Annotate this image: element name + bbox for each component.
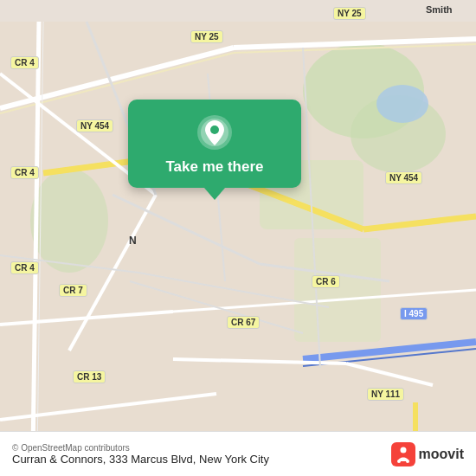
svg-rect-37	[391, 442, 415, 466]
moovit-logo: moovit	[391, 442, 464, 466]
svg-rect-5	[294, 238, 381, 342]
road-label-cr6: CR 6	[312, 275, 340, 288]
road-label-cr67: CR 67	[227, 316, 260, 329]
bottom-bar: © OpenStreetMap contributors Curran & Co…	[0, 431, 476, 476]
attribution-text: © OpenStreetMap contributors	[12, 443, 269, 453]
svg-line-9	[234, 39, 476, 48]
svg-line-12	[37, 22, 43, 454]
svg-line-20	[0, 312, 173, 325]
svg-line-31	[130, 281, 303, 333]
svg-rect-0	[0, 22, 476, 454]
svg-line-17	[303, 349, 476, 366]
svg-line-16	[303, 342, 476, 359]
road-label-cr4-top: CR 4	[10, 56, 39, 69]
svg-line-33	[138, 273, 329, 307]
svg-line-15	[363, 216, 476, 229]
map-svg	[0, 0, 476, 476]
svg-line-24	[0, 394, 216, 420]
road-label-ny25-mid: NY 25	[190, 30, 223, 43]
svg-line-22	[173, 359, 346, 363]
svg-line-11	[33, 22, 39, 454]
svg-line-23	[346, 363, 433, 385]
take-me-there-card[interactable]: Take me there	[128, 100, 301, 188]
road-label-cr7: CR 7	[59, 284, 87, 297]
svg-point-1	[303, 43, 424, 138]
svg-point-36	[210, 125, 219, 134]
road-label-ny111: NY 111	[367, 388, 404, 401]
svg-point-39	[397, 460, 401, 463]
road-label-ny454-right: NY 454	[385, 171, 422, 184]
svg-line-10	[234, 44, 476, 53]
svg-point-4	[30, 169, 108, 273]
road-label-cr4-mid: CR 4	[10, 166, 39, 179]
bottom-info: © OpenStreetMap contributors Curran & Co…	[12, 443, 269, 466]
svg-line-27	[113, 195, 260, 264]
svg-line-19	[69, 195, 156, 351]
road-label-cr13: CR 13	[73, 370, 106, 383]
road-label-ny454-left: NY 454	[76, 119, 113, 132]
svg-line-30	[303, 48, 320, 368]
svg-point-38	[400, 447, 406, 453]
svg-line-21	[173, 290, 476, 312]
road-label-i495: I 495	[400, 307, 428, 320]
location-pin-icon	[196, 113, 234, 151]
moovit-text: moovit	[419, 447, 464, 462]
map-container: NY 25 NY 25 CR 4 NY 454 CR 4 N CR 4 CR 7…	[0, 0, 476, 476]
svg-point-6	[376, 85, 428, 123]
svg-point-40	[406, 460, 409, 463]
moovit-brand-icon	[391, 442, 415, 466]
address-text: Curran & Connors, 333 Marcus Blvd, New Y…	[12, 453, 269, 466]
svg-point-2	[351, 95, 446, 173]
road-label-smith: Smith	[422, 3, 456, 16]
road-label-cr4-low: CR 4	[10, 261, 39, 274]
road-label-ny25-right: NY 25	[333, 7, 366, 20]
take-me-there-label[interactable]: Take me there	[165, 158, 263, 176]
road-label-n: N	[125, 234, 140, 248]
